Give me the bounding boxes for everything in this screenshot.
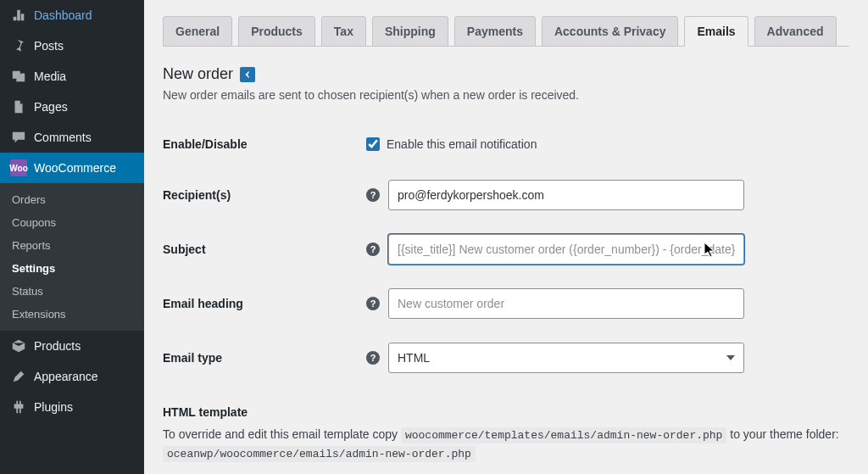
tab-general[interactable]: General — [163, 16, 232, 47]
heading-input[interactable] — [388, 288, 744, 319]
submenu-item-status[interactable]: Status — [0, 280, 144, 303]
sidebar-item-woocommerce[interactable]: Woo WooCommerce — [0, 153, 144, 183]
submenu-item-orders[interactable]: Orders — [0, 188, 144, 211]
back-button[interactable] — [240, 67, 255, 82]
sidebar-item-label: WooCommerce — [34, 161, 116, 175]
sidebar-item-label: Products — [34, 339, 81, 353]
settings-form: Enable/Disable Enable this email notific… — [163, 120, 849, 385]
svg-point-0 — [16, 76, 19, 80]
main-content: General Products Tax Shipping Payments A… — [144, 0, 868, 474]
template-path-source: woocommerce/templates/emails/admin-new-o… — [401, 427, 726, 443]
sidebar-item-plugins[interactable]: Plugins — [0, 392, 144, 422]
subject-input[interactable] — [388, 234, 744, 265]
email-type-select[interactable]: HTML — [388, 343, 744, 373]
sidebar-item-label: Media — [34, 70, 66, 83]
plugins-icon — [10, 399, 27, 415]
help-icon[interactable]: ? — [366, 243, 380, 256]
sidebar-item-comments[interactable]: Comments — [0, 122, 144, 153]
override-text: To override and edit this email template… — [163, 426, 849, 462]
page-title: New order — [163, 65, 849, 83]
heading-label: Email heading — [163, 276, 358, 331]
tab-emails[interactable]: Emails — [684, 16, 748, 47]
tab-tax[interactable]: Tax — [321, 16, 366, 47]
enable-label: Enable/Disable — [163, 120, 358, 168]
sidebar-item-posts[interactable]: Posts — [0, 31, 144, 61]
sidebar-item-pages[interactable]: Pages — [0, 92, 144, 122]
sidebar-item-products[interactable]: Products — [0, 331, 144, 361]
tab-accounts-privacy[interactable]: Accounts & Privacy — [542, 16, 679, 47]
comments-icon — [10, 129, 27, 146]
settings-tabs: General Products Tax Shipping Payments A… — [163, 15, 849, 47]
pin-icon — [10, 37, 27, 54]
sidebar-item-dashboard[interactable]: Dashboard — [0, 0, 144, 31]
sidebar-item-label: Pages — [34, 100, 68, 114]
woocommerce-icon: Woo — [10, 159, 27, 176]
products-icon — [10, 337, 27, 354]
woocommerce-submenu: Orders Coupons Reports Settings Status E… — [0, 183, 144, 331]
media-icon — [10, 68, 27, 85]
submenu-item-settings[interactable]: Settings — [0, 257, 144, 280]
override-mid: to your theme folder: — [726, 427, 838, 441]
enable-checkbox-label: Enable this email notification — [387, 137, 537, 151]
sidebar-item-label: Posts — [34, 39, 64, 53]
sidebar-item-appearance[interactable]: Appearance — [0, 361, 144, 392]
page-title-text: New order — [163, 65, 233, 83]
help-icon[interactable]: ? — [366, 351, 380, 365]
recipient-label: Recipient(s) — [163, 168, 358, 222]
tab-products[interactable]: Products — [238, 16, 315, 47]
sidebar-item-label: Plugins — [34, 400, 73, 414]
admin-sidebar: Dashboard Posts Media Pages Comments Woo… — [0, 0, 144, 474]
pages-icon — [10, 98, 27, 115]
email-type-label: Email type — [163, 331, 358, 385]
tab-payments[interactable]: Payments — [454, 16, 536, 47]
sidebar-item-label: Appearance — [34, 370, 98, 383]
help-icon[interactable]: ? — [366, 188, 380, 202]
tab-advanced[interactable]: Advanced — [754, 16, 837, 47]
enable-checkbox[interactable] — [366, 137, 380, 151]
help-icon[interactable]: ? — [366, 297, 380, 310]
back-arrow-icon — [243, 70, 252, 79]
dashboard-icon — [10, 7, 27, 24]
submenu-item-extensions[interactable]: Extensions — [0, 303, 144, 326]
page-description: New order emails are sent to chosen reci… — [163, 88, 849, 102]
recipient-input[interactable] — [388, 180, 744, 210]
submenu-item-reports[interactable]: Reports — [0, 234, 144, 257]
sidebar-item-label: Comments — [34, 131, 92, 144]
appearance-icon — [10, 368, 27, 385]
tab-shipping[interactable]: Shipping — [372, 16, 448, 47]
sidebar-item-label: Dashboard — [34, 8, 92, 22]
html-template-heading: HTML template — [163, 405, 849, 419]
sidebar-item-media[interactable]: Media — [0, 61, 144, 92]
subject-label: Subject — [163, 222, 358, 276]
submenu-item-coupons[interactable]: Coupons — [0, 211, 144, 234]
override-before: To override and edit this email template… — [163, 427, 401, 441]
template-path-dest: oceanwp/woocommerce/emails/admin-new-ord… — [163, 446, 476, 462]
